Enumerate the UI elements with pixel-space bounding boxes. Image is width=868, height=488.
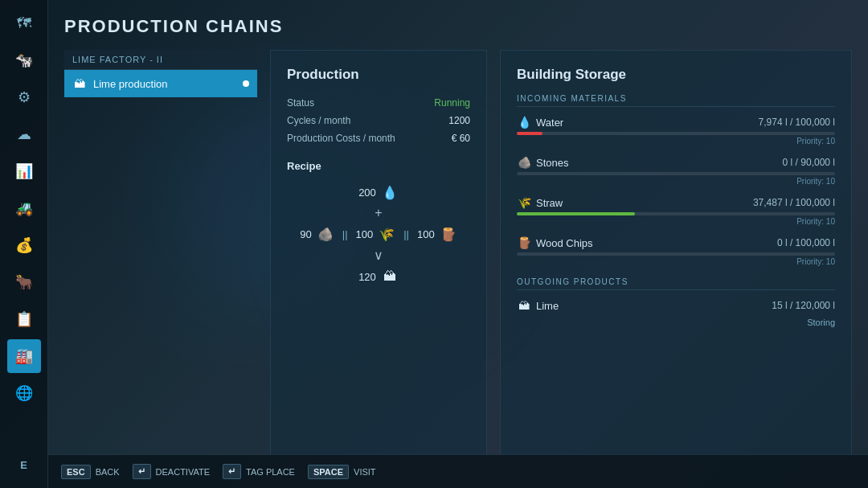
water-header: 💧 Water 7,974 l / 100,000 l	[517, 115, 835, 129]
water-name: 💧 Water	[517, 115, 563, 129]
deactivate-label: DEACTIVATE	[156, 467, 210, 477]
status-label: Status	[287, 97, 314, 109]
tagplace-key: ↵ TAG PLACE	[223, 464, 295, 479]
space-badge[interactable]: SPACE	[308, 465, 349, 479]
lime-icon: 🏔	[381, 268, 399, 285]
outgoing-label: OUTGOING PRODUCTS	[517, 277, 835, 290]
page-title: PRODUCTION CHAINS	[64, 16, 852, 37]
chain-item-lime[interactable]: 🏔 Lime production	[64, 70, 257, 97]
visit-label: VISIT	[354, 467, 376, 477]
stones-amount: 0 l / 90,000 l	[783, 157, 835, 168]
lime-out-icon: 🏔	[517, 298, 531, 313]
cycles-row: Cycles / month 1200	[287, 115, 470, 126]
recipe-output: 120 🏔	[358, 268, 399, 285]
tagplace-badge[interactable]: ↵	[223, 464, 241, 479]
sidebar-item-factory[interactable]: 🏭	[7, 339, 41, 373]
lime-out-name: 🏔 Lime	[517, 298, 559, 313]
water-bar-fill	[517, 132, 542, 135]
sidebar-item-tractor[interactable]: 🚜	[7, 191, 41, 225]
input1-amount: 200	[358, 187, 376, 199]
factory-label: LIME FACTORY - II	[64, 50, 257, 70]
cycles-value: 1200	[448, 115, 470, 126]
separator1: ||	[342, 228, 348, 240]
recipe-input1: 200 💧	[358, 183, 399, 201]
water-bar-bg	[517, 132, 835, 135]
visit-key: SPACE VISIT	[308, 465, 376, 479]
woodchips-priority: Priority: 10	[517, 257, 835, 266]
bottom-bar: ESC BACK ↵ DEACTIVATE ↵ TAG PLACE SPACE …	[48, 454, 868, 488]
lime-outgoing: 🏔 Lime 15 l / 120,000 l	[517, 298, 835, 313]
stones-header: 🪨 Stones 0 l / 90,000 l	[517, 155, 835, 170]
input2-amount: 90	[300, 228, 311, 240]
sidebar-item-animal[interactable]: 🐄	[7, 43, 41, 77]
woodchips-name: 🪵 Wood Chips	[517, 236, 593, 250]
lime-out-amount: 15 l / 120,000 l	[772, 300, 835, 311]
sidebar-item-book[interactable]: 📋	[7, 302, 41, 336]
sidebar: 🗺 🐄 ⚙ ☁ 📊 🚜 💰 🐂 📋 🏭 🌐 E	[0, 0, 48, 488]
production-title: Production	[287, 67, 470, 83]
straw-label: Straw	[536, 197, 563, 209]
lime-out-label: Lime	[536, 300, 559, 312]
outgoing-section: OUTGOING PRODUCTS 🏔 Lime 15 l / 120,000 …	[517, 277, 835, 329]
stones-label: Stones	[536, 157, 568, 169]
esc-back-key: ESC BACK	[61, 465, 120, 479]
woodchips-bar-bg	[517, 252, 835, 256]
main-content: PRODUCTION CHAINS LIME FACTORY - II 🏔 Li…	[48, 0, 868, 488]
straw-priority: Priority: 10	[517, 217, 835, 226]
tagplace-label: TAG PLACE	[246, 467, 295, 477]
straw-header: 🌾 Straw 37,487 l / 100,000 l	[517, 195, 835, 210]
resource-water: 💧 Water 7,974 l / 100,000 l Priority: 10	[517, 115, 835, 146]
input4-amount: 100	[417, 228, 435, 240]
costs-label: Production Costs / month	[287, 133, 395, 144]
woodchips-header: 🪵 Wood Chips 0 l / 100,000 l	[517, 236, 835, 250]
stones-name: 🪨 Stones	[517, 155, 568, 170]
deactivate-badge[interactable]: ↵	[133, 464, 151, 479]
production-chains-panel: LIME FACTORY - II 🏔 Lime production	[64, 50, 257, 457]
stones-bar-bg	[517, 172, 835, 175]
input3-amount: 100	[356, 228, 374, 240]
cycles-label: Cycles / month	[287, 115, 350, 126]
sidebar-item-weather[interactable]: ☁	[7, 117, 41, 151]
chain-lime-icon: 🏔	[72, 76, 87, 91]
recipe-label: Recipe	[287, 160, 470, 172]
water-priority: Priority: 10	[517, 137, 835, 146]
columns-layout: LIME FACTORY - II 🏔 Lime production Prod…	[64, 50, 852, 457]
sidebar-item-extra[interactable]: E	[7, 448, 41, 482]
recipe-center: 200 💧 + 90 🪨 || 100 🌾 || 100 🪵 ∨	[287, 183, 470, 285]
esc-badge[interactable]: ESC	[61, 465, 91, 479]
straw-amount: 37,487 l / 100,000 l	[753, 197, 835, 208]
recipe-plus: +	[375, 206, 382, 220]
incoming-label: INCOMING MATERIALS	[517, 94, 835, 107]
status-row: Status Running	[287, 97, 470, 109]
separator2: ||	[403, 228, 409, 240]
water-label: Water	[536, 117, 563, 129]
status-value: Running	[434, 97, 470, 109]
sidebar-item-chart[interactable]: 📊	[7, 154, 41, 188]
chain-active-dot	[243, 80, 249, 87]
stones-icon: 🪨	[317, 225, 334, 243]
production-panel: Production Status Running Cycles / month…	[270, 50, 487, 457]
recipe-section: Recipe 200 💧 + 90 🪨 || 100 🌾 || 100	[287, 160, 470, 285]
recipe-arrow: ∨	[374, 248, 383, 263]
costs-value: € 60	[452, 133, 470, 144]
sidebar-item-steering[interactable]: ⚙	[7, 80, 41, 114]
storage-panel: Building Storage INCOMING MATERIALS 💧 Wa…	[500, 50, 852, 457]
sidebar-item-livestock[interactable]: 🐂	[7, 265, 41, 299]
woodchips-icon: 🪵	[440, 225, 457, 243]
stones-res-icon: 🪨	[517, 155, 531, 170]
water-res-icon: 💧	[517, 115, 531, 129]
storage-title: Building Storage	[517, 67, 835, 83]
woodchips-res-icon: 🪵	[517, 236, 531, 250]
straw-bar-bg	[517, 212, 835, 215]
straw-name: 🌾 Straw	[517, 195, 563, 210]
esc-label: BACK	[96, 467, 120, 477]
woodchips-amount: 0 l / 100,000 l	[777, 237, 835, 248]
sidebar-item-global[interactable]: 🌐	[7, 376, 41, 410]
sidebar-item-map[interactable]: 🗺	[7, 6, 41, 40]
output-amount: 120	[358, 271, 376, 283]
water-icon: 💧	[381, 183, 399, 201]
deactivate-key: ↵ DEACTIVATE	[133, 464, 210, 479]
straw-bar-fill	[517, 212, 635, 215]
sidebar-item-money[interactable]: 💰	[7, 228, 41, 262]
resource-woodchips: 🪵 Wood Chips 0 l / 100,000 l Priority: 1…	[517, 236, 835, 266]
